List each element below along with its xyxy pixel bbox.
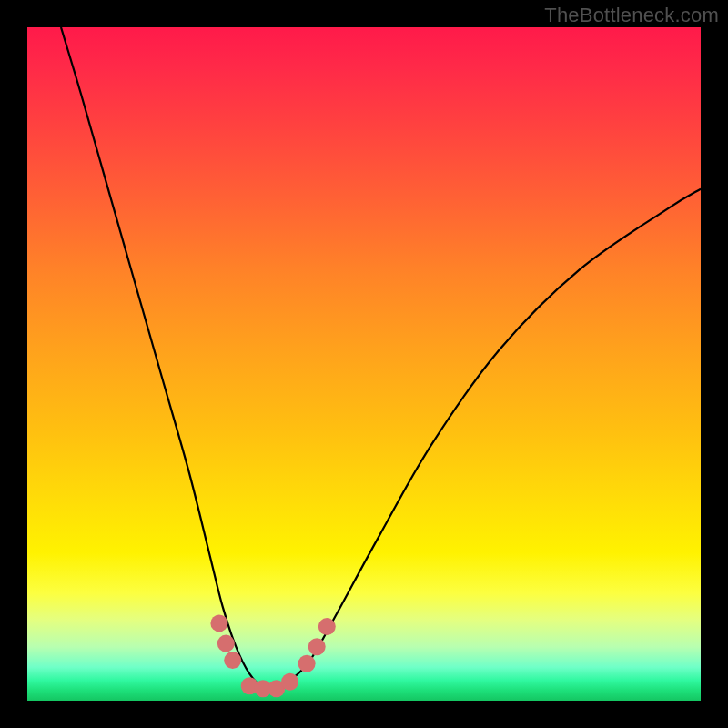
bottleneck-curve — [61, 27, 701, 689]
plot-area — [27, 27, 701, 701]
curve-marker — [217, 635, 235, 652]
curve-marker — [318, 618, 336, 635]
watermark-text: TheBottleneck.com — [544, 4, 719, 27]
curve-marker — [224, 652, 241, 669]
chart-frame: TheBottleneck.com — [0, 0, 728, 728]
curve-layer — [27, 27, 701, 701]
curve-marker — [298, 655, 316, 672]
curve-marker — [210, 614, 228, 632]
curve-marker — [308, 638, 326, 655]
curve-marker — [281, 673, 298, 691]
